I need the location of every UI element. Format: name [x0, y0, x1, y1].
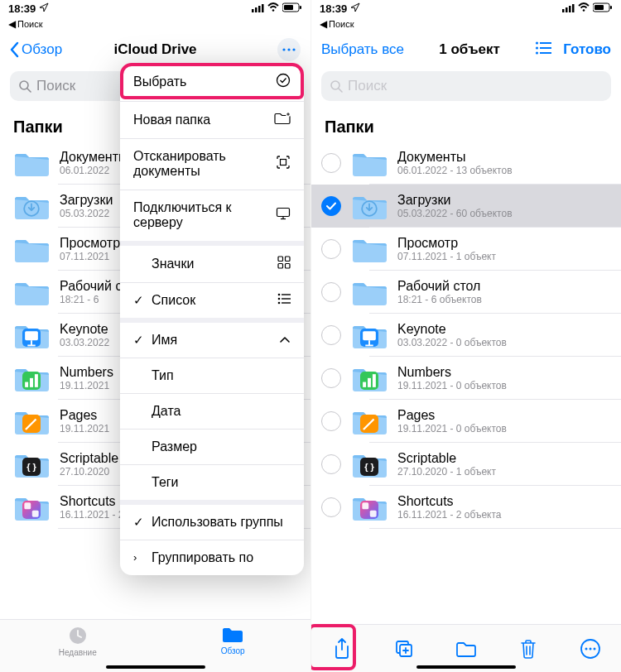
- chevron-up-icon: [279, 333, 291, 348]
- menu-scan-docs[interactable]: Отсканировать документы: [120, 139, 304, 190]
- screen-right: 18:39 ◀ Поиск Выбрать все 1 объект Готов…: [310, 0, 621, 672]
- folder-icon: [13, 277, 50, 307]
- svg-rect-14: [25, 331, 38, 340]
- svg-rect-31: [286, 263, 291, 268]
- ellipsis-circle-icon: [580, 638, 601, 660]
- folder-icon: [351, 406, 388, 436]
- scan-icon: [276, 155, 291, 173]
- battery-icon: [282, 2, 302, 16]
- battery-icon: [593, 2, 613, 16]
- list-item[interactable]: Keynote03.03.2022 - 0 объектов: [311, 314, 621, 357]
- folder-icon: [351, 277, 388, 307]
- share-button[interactable]: [321, 631, 363, 667]
- duplicate-button[interactable]: [383, 631, 425, 667]
- done-button[interactable]: Готово: [563, 41, 611, 58]
- nav-back-button[interactable]: Обзор: [10, 41, 62, 58]
- screen-left: 18:39 ◀ Поиск Обзор iCloud Drive: [0, 0, 310, 672]
- list-item[interactable]: Загрузки05.03.2022 - 60 объектов: [311, 185, 621, 228]
- chevron-left-icon: [10, 41, 20, 58]
- menu-sort-name[interactable]: ✓Имя: [120, 323, 304, 358]
- folder-meta: 19.11.2021 - 0 объектов: [397, 380, 608, 391]
- list-item[interactable]: Shortcuts16.11.2021 - 2 объекта: [311, 486, 621, 529]
- home-indicator[interactable]: [106, 665, 205, 669]
- clock-icon: [67, 625, 89, 646]
- checkbox-empty[interactable]: [321, 282, 341, 302]
- folder-icon: [13, 363, 50, 393]
- svg-rect-21: [32, 511, 39, 517]
- list-item[interactable]: Просмотр07.11.2021 - 1 объект: [311, 228, 621, 271]
- checkbox-empty[interactable]: [321, 153, 341, 173]
- home-indicator[interactable]: [416, 665, 516, 669]
- folder-meta: 05.03.2022 - 60 объектов: [397, 208, 608, 219]
- move-button[interactable]: [445, 631, 487, 667]
- back-to-search[interactable]: ◀ Поиск: [0, 17, 310, 31]
- more-button[interactable]: [277, 38, 301, 61]
- folder-meta: 18:21 - 6 объектов: [397, 294, 608, 305]
- svg-rect-19: [35, 374, 38, 387]
- menu-sort-type[interactable]: Тип: [120, 358, 304, 394]
- tab-recents[interactable]: Недавние: [49, 625, 107, 657]
- status-bar: 18:39: [0, 0, 310, 17]
- status-time: 18:39: [320, 2, 347, 15]
- checkbox-empty[interactable]: [321, 368, 341, 388]
- folder-icon: [351, 234, 388, 264]
- checkbox-empty[interactable]: [321, 454, 341, 474]
- svg-rect-53: [373, 374, 376, 387]
- nav-header: Выбрать все 1 объект Готово: [311, 31, 621, 68]
- folder-icon: [221, 625, 244, 645]
- checkbox-empty[interactable]: [321, 497, 341, 517]
- folder-name: Документы: [397, 150, 608, 165]
- status-time: 18:39: [8, 2, 36, 15]
- svg-point-60: [589, 647, 591, 650]
- share-icon: [333, 638, 351, 660]
- folder-icon: [351, 191, 388, 221]
- menu-sort-size[interactable]: Размер: [120, 430, 304, 465]
- delete-button[interactable]: [508, 631, 549, 667]
- folder-meta: 03.03.2022 - 0 объектов: [397, 337, 608, 348]
- folder-icon: [13, 191, 50, 221]
- svg-rect-24: [281, 160, 286, 166]
- menu-use-groups[interactable]: ✓Использовать группы: [120, 505, 304, 540]
- menu-view-list[interactable]: ✓Список: [120, 283, 304, 323]
- folder-meta: 07.11.2021 - 1 объект: [397, 251, 608, 262]
- search-field[interactable]: [321, 71, 611, 101]
- status-bar: 18:39: [311, 0, 621, 17]
- folder-icon: { }: [351, 449, 388, 479]
- svg-point-8: [282, 48, 285, 50]
- checkbox-checked[interactable]: [321, 196, 341, 216]
- list-item[interactable]: { }Scriptable27.10.2020 - 1 объект: [311, 443, 621, 486]
- trash-icon: [519, 639, 537, 659]
- search-input[interactable]: [348, 78, 603, 94]
- svg-rect-30: [278, 263, 283, 268]
- new-folder-icon: [274, 112, 291, 128]
- select-all-button[interactable]: Выбрать все: [321, 41, 404, 58]
- checkmark-icon: ✓: [133, 293, 145, 308]
- checkbox-empty[interactable]: [321, 411, 341, 431]
- more-button[interactable]: [570, 631, 611, 667]
- menu-group-by[interactable]: ›Группировать по: [120, 540, 304, 575]
- svg-point-34: [278, 297, 281, 300]
- menu-connect-server[interactable]: Подключиться к серверу: [120, 190, 304, 246]
- svg-rect-48: [363, 331, 376, 340]
- back-to-search[interactable]: ◀ Поиск: [311, 17, 621, 31]
- folder-icon: [13, 492, 50, 522]
- location-icon: [350, 2, 360, 15]
- checkbox-empty[interactable]: [321, 325, 341, 345]
- list-item[interactable]: Документы06.01.2022 - 13 объектов: [311, 142, 621, 185]
- menu-select[interactable]: Выбрать: [120, 63, 304, 102]
- menu-sort-tags[interactable]: Теги: [120, 465, 304, 505]
- list-toggle-button[interactable]: [535, 41, 551, 59]
- tab-browse[interactable]: Обзор: [204, 625, 262, 655]
- menu-view-icons[interactable]: Значки: [120, 246, 304, 283]
- svg-point-39: [536, 41, 538, 44]
- svg-point-22: [277, 74, 290, 87]
- svg-rect-25: [277, 209, 290, 217]
- list-item[interactable]: Numbers19.11.2021 - 0 объектов: [311, 357, 621, 400]
- list-item[interactable]: Pages19.11.2021 - 0 объектов: [311, 400, 621, 443]
- svg-point-41: [536, 46, 538, 49]
- menu-sort-date[interactable]: Дата: [120, 394, 304, 430]
- folder-meta: 27.10.2020 - 1 объект: [397, 466, 608, 478]
- list-item[interactable]: Рабочий стол18:21 - 6 объектов: [311, 271, 621, 314]
- menu-new-folder[interactable]: Новая папка: [120, 102, 304, 139]
- checkbox-empty[interactable]: [321, 239, 341, 259]
